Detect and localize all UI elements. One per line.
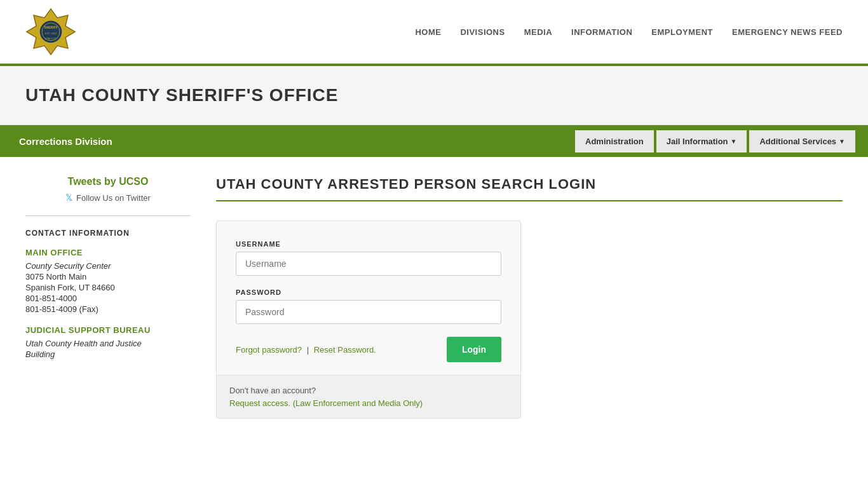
main-office-phone: 801-851-4000 <box>25 294 191 303</box>
username-input[interactable] <box>236 252 501 276</box>
nav-emergency[interactable]: EMERGENCY NEWS FEED <box>732 27 843 37</box>
main-content: Tweets by UCSO 𝕏 Follow Us on Twitter CO… <box>0 157 868 438</box>
login-title: UTAH COUNTY ARRESTED PERSON SEARCH LOGIN <box>216 176 843 193</box>
no-account-section: Don't have an account? Request access. (… <box>217 375 520 418</box>
login-button[interactable]: Login <box>447 337 501 362</box>
judicial-bureau-name: Utah County Health and Justice <box>25 339 191 348</box>
nav-jail-information[interactable]: Jail Information ▼ <box>656 130 747 152</box>
nav-additional-services[interactable]: Additional Services ▼ <box>749 130 855 152</box>
chevron-down-icon: ▼ <box>839 138 845 145</box>
svg-text:SHERIFF: SHERIFF <box>44 25 57 29</box>
nav-administration[interactable]: Administration <box>575 130 654 152</box>
main-office-fax: 801-851-4009 (Fax) <box>25 304 191 314</box>
password-input[interactable] <box>236 300 501 324</box>
division-title: Corrections Division <box>13 127 119 156</box>
judicial-bureau-heading: JUDICIAL SUPPORT BUREAU <box>25 325 191 335</box>
main-office-address2: Spanish Fork, UT 84660 <box>25 283 191 292</box>
site-header: SHERIFF EST. 1852 UTAH CO. HOME DIVISION… <box>0 0 868 66</box>
judicial-bureau-name2: Building <box>25 349 191 359</box>
svg-text:EST. 1852: EST. 1852 <box>45 32 57 35</box>
nav-employment[interactable]: EMPLOYMENT <box>651 27 713 37</box>
twitter-icon: 𝕏 <box>65 193 72 203</box>
title-underline <box>216 200 843 201</box>
no-account-text: Don't have an account? <box>229 386 508 395</box>
main-navigation: HOME DIVISIONS MEDIA INFORMATION EMPLOYM… <box>415 27 843 37</box>
nav-home[interactable]: HOME <box>415 27 441 37</box>
logo-area: SHERIFF EST. 1852 UTAH CO. <box>25 6 76 57</box>
request-access-link[interactable]: Request access. (Law Enforcement and Med… <box>229 398 423 408</box>
page-title: UTAH COUNTY SHERIFF'S OFFICE <box>25 85 843 105</box>
sheriff-badge-logo: SHERIFF EST. 1852 UTAH CO. <box>25 6 76 57</box>
main-office-name: County Security Center <box>25 261 191 271</box>
follow-twitter-section: 𝕏 Follow Us on Twitter <box>25 193 191 203</box>
main-office-address1: 3075 North Main <box>25 272 191 281</box>
contact-heading: CONTACT INFORMATION <box>25 229 191 238</box>
sidebar-divider <box>25 215 191 216</box>
main-office-heading: MAIN OFFICE <box>25 248 191 257</box>
page-title-banner: UTAH COUNTY SHERIFF'S OFFICE <box>0 66 868 125</box>
division-nav-links: Administration Jail Information ▼ Additi… <box>575 130 855 152</box>
separator: | <box>307 345 311 355</box>
nav-information[interactable]: INFORMATION <box>571 27 632 37</box>
password-label: PASSWORD <box>236 288 501 296</box>
tweets-link[interactable]: Tweets by UCSO <box>25 176 191 187</box>
sidebar: Tweets by UCSO 𝕏 Follow Us on Twitter CO… <box>25 176 191 419</box>
division-nav-bar: Corrections Division Administration Jail… <box>0 125 868 157</box>
nav-media[interactable]: MEDIA <box>524 27 552 37</box>
reset-password-link[interactable]: Reset Password. <box>314 345 376 355</box>
chevron-down-icon: ▼ <box>731 138 737 145</box>
form-actions: Forgot password? | Reset Password. Login <box>236 337 501 362</box>
svg-text:UTAH CO.: UTAH CO. <box>45 37 57 40</box>
username-label: USERNAME <box>236 240 501 248</box>
forgot-password-link[interactable]: Forgot password? <box>236 345 302 355</box>
login-box: USERNAME PASSWORD Forgot password? | Res… <box>216 220 521 419</box>
nav-divisions[interactable]: DIVISIONS <box>460 27 505 37</box>
login-area: UTAH COUNTY ARRESTED PERSON SEARCH LOGIN… <box>216 176 843 419</box>
follow-label: Follow Us on Twitter <box>76 193 151 203</box>
form-links: Forgot password? | Reset Password. <box>236 345 376 355</box>
